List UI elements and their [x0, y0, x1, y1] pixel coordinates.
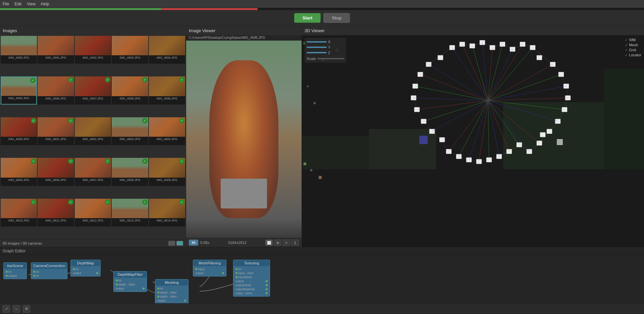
checkbox-locator[interactable]: ✓ Locator [625, 53, 641, 57]
port-ini: ini [157, 287, 186, 290]
stop-button[interactable]: Stop [323, 13, 350, 23]
x-axis-slider[interactable] [307, 41, 327, 43]
checkmark: ✓ [30, 78, 36, 83]
image-viewer-content[interactable] [186, 41, 302, 238]
port-depth1: depth...older [157, 291, 186, 294]
tool-expand[interactable]: ⤢ [3, 305, 10, 313]
image-thumb[interactable]: ✓ IMG_4605.JPG [1, 158, 37, 186]
image-thumb[interactable]: ✓ IMG_4609.JPG [149, 158, 185, 186]
port-outputmat: outputMaterial [235, 288, 268, 291]
node-depthmapfilter-body: ini depth...older output [114, 277, 147, 292]
tool-link[interactable]: ↔ [13, 305, 20, 313]
node-iisescene-body: ini output [4, 269, 26, 279]
view-icon-grid[interactable]: ⊞ [274, 240, 281, 246]
checkmark: ✓ [105, 159, 110, 164]
node-texturing-body: ini input...ction inputMesh output outpu… [233, 266, 270, 296]
checkmark: ✓ [68, 159, 73, 164]
graph-editor-panel: Graph Editor iiseScene ini outp [0, 247, 644, 314]
image-thumb[interactable]: ✓ IMG_4597.JPG [75, 76, 111, 104]
port-inputmesh: inputMesh [235, 275, 268, 279]
toolbar: Start Stop [0, 10, 644, 26]
checkmark: ✓ [179, 159, 184, 164]
y-axis-control: Y [307, 45, 344, 49]
image-thumb[interactable]: ✓ IMG_4612.JPG [75, 199, 111, 227]
image-thumb[interactable]: IMG_4590.JPG [1, 36, 37, 64]
images-footer: 80 images / 80 cameras [0, 239, 186, 247]
y-axis-label: Y [328, 45, 331, 49]
footer-icon-1[interactable] [168, 241, 175, 246]
image-thumb[interactable]: ✓ IMG_4607.JPG [75, 158, 111, 186]
checkbox-locator-label: Locator [629, 53, 641, 57]
node-depthmapfilter[interactable]: DepthMapFilter ini depth...older output [113, 271, 147, 292]
statue-base [221, 179, 267, 208]
info-icon[interactable]: ℹ [291, 240, 299, 246]
scale-control: Scale [307, 57, 344, 61]
image-thumb[interactable]: ✓ IMG_4614.JPG [149, 199, 185, 227]
image-viewer-path: C:/Users/HP/Desktop/CryingStatue/IMG_459… [186, 35, 302, 41]
scale-slider[interactable] [317, 58, 344, 59]
image-thumb[interactable]: ✓ IMG_4611.JPG [38, 199, 74, 227]
node-depthmap[interactable]: DepthMap ini output [70, 260, 101, 276]
svg-rect-15 [304, 163, 306, 165]
checkmark: ✓ [142, 118, 148, 123]
menu-bar: File Edit View Help [0, 0, 644, 8]
port-depth: depth...older [116, 283, 145, 286]
node-depthmap-body: ini output [71, 266, 100, 276]
image-thumb[interactable]: ✓ IMG_4608.JPG [112, 158, 148, 186]
image-viewer-header: Image Viewer [186, 26, 302, 35]
node-texturing[interactable]: Texturing ini input...ction inputMesh ou… [233, 260, 270, 297]
checkbox-sfm-label: SfM [629, 38, 636, 42]
checkbox-mesh[interactable]: ✓ Mesh [625, 43, 641, 47]
image-thumb[interactable]: IMG_4594.JPG [149, 36, 185, 64]
images-panel: Images IMG_4590.JPG IMG_4591.JPG IMG_459… [0, 26, 186, 247]
image-thumb[interactable]: IMG_4593.JPG [112, 36, 148, 64]
checkbox-sfm[interactable]: ✓ SfM [625, 38, 641, 42]
menu-view[interactable]: View [27, 2, 36, 6]
image-thumb[interactable]: IMG_4592.JPG [75, 36, 111, 64]
node-iisescene-title: iiseScene [4, 263, 26, 269]
image-thumb[interactable]: ✓ IMG_4604.JPG [149, 117, 185, 145]
svg-rect-2 [369, 129, 436, 169]
progress-bar-red [161, 8, 258, 10]
z-axis-control: Z [307, 51, 344, 55]
menu-help[interactable]: Help [41, 2, 49, 6]
menu-file[interactable]: File [3, 2, 9, 6]
node-cameraconnection[interactable]: CameraConnection ini ini [31, 262, 67, 279]
image-thumb[interactable]: ✓ IMG_4599.JPG [149, 76, 185, 104]
image-thumb[interactable]: ✓ IMG_4606.JPG [38, 158, 74, 186]
checkmark: ✓ [142, 159, 148, 164]
image-thumb[interactable]: IMG_4602.JPG [75, 117, 111, 145]
node-cameraconnection-body: ini ini [31, 269, 67, 279]
image-thumb[interactable]: ✓ IMG_4610.JPG [1, 199, 37, 227]
port-output: output [195, 271, 224, 275]
image-thumb[interactable]: ✓ IMG_4601.JPG [38, 117, 74, 145]
image-thumb[interactable]: ✓ IMG_4613.JPG [112, 199, 148, 227]
image-thumb[interactable]: ✓ IMG_4603.JPG [112, 117, 148, 145]
graph-editor-content: iiseScene ini output CameraConnection in… [0, 255, 644, 314]
z-axis-slider[interactable] [307, 52, 327, 53]
image-thumb[interactable]: ✓ IMG_4600.JPG [1, 117, 37, 145]
image-thumb-selected[interactable]: ✓ IMG_4595.JPG [1, 76, 37, 104]
checkmark: ✓ [68, 199, 73, 205]
y-axis-slider[interactable] [307, 47, 327, 48]
image-thumb[interactable]: IMG_4591.JPG [38, 36, 74, 64]
image-thumb[interactable]: ✓ IMG_4598.JPG [112, 76, 148, 104]
node-iisescene[interactable]: iiseScene ini output [3, 262, 27, 279]
view-icon-lines[interactable]: ≡ [283, 240, 290, 246]
menu-edit[interactable]: Edit [14, 2, 21, 6]
tool-settings[interactable]: ⚙ [23, 305, 30, 313]
footer-icon-2[interactable] [176, 241, 183, 246]
main-statue-image [186, 41, 302, 238]
viewer-3d-content[interactable]: X Y Z Scale ✓ SfM [302, 35, 644, 247]
progress-bar-container [0, 8, 644, 10]
z-axis-label: Z [328, 51, 331, 55]
checkbox-grid[interactable]: ✓ Grid [625, 48, 641, 52]
viewer-3d-title: 3D Viewer [305, 28, 325, 33]
svg-rect-1 [302, 136, 369, 169]
node-meshfiltering[interactable]: MeshFiltering input output [193, 260, 226, 276]
port-output: output [73, 271, 98, 275]
image-thumb[interactable]: ✓ IMG_4596.JPG [38, 76, 74, 104]
view-icon-square[interactable]: ⬜ [265, 240, 273, 246]
node-texturing-title: Texturing [233, 260, 270, 266]
start-button[interactable]: Start [294, 13, 321, 23]
